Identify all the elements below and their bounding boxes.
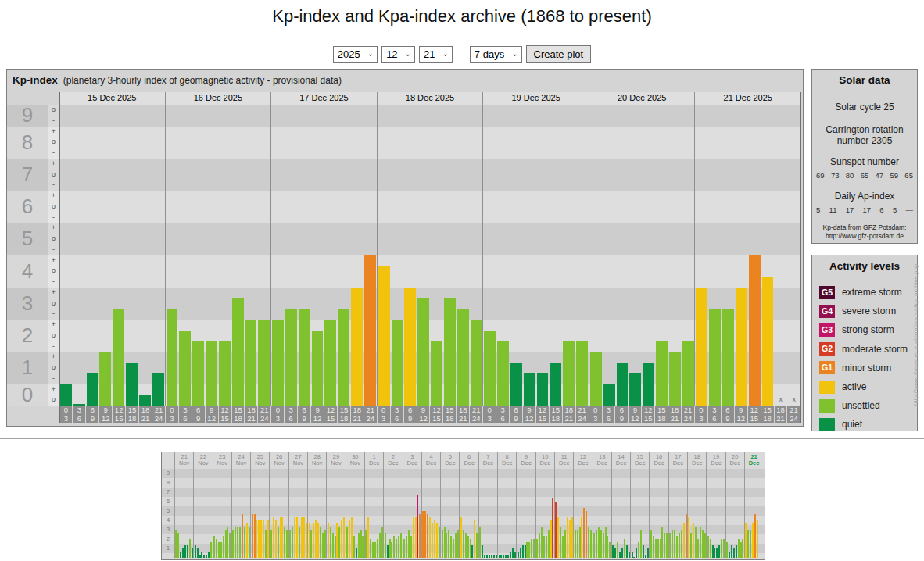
- overview-day-column: 18Dec: [687, 452, 706, 558]
- mini-day-month: Dec: [422, 460, 440, 466]
- mini-day-label: 1Dec: [365, 454, 383, 466]
- hour-start: 6: [298, 406, 310, 414]
- hour-label: 2124: [152, 406, 165, 423]
- hour-label: 36: [603, 406, 615, 423]
- kp-bar: [431, 341, 442, 406]
- sunspot-number-title: Sunspot number: [812, 156, 917, 167]
- mini-bars-row: [688, 480, 706, 558]
- kp-bar: [497, 341, 509, 406]
- month-select[interactable]: 12 ⌄: [381, 46, 415, 63]
- hour-start: 3: [179, 406, 192, 414]
- y-axis-band: 7: [7, 159, 48, 191]
- overview-day-column: 28Nov: [307, 452, 326, 558]
- hour-end: 15: [642, 414, 654, 423]
- hour-end: 15: [430, 414, 442, 423]
- overview-day-column: 10Dec: [535, 452, 554, 558]
- mini-day-month: Dec: [555, 460, 573, 466]
- sunspot-value: 47: [876, 171, 884, 180]
- hour-end: 15: [219, 414, 231, 423]
- day-select[interactable]: 21 ⌄: [419, 46, 453, 63]
- activity-levels-list: G5extreme stormG4severe stormG3strong st…: [812, 277, 917, 434]
- mini-bars-row: [707, 480, 725, 558]
- overview-y-label: 8: [162, 479, 174, 486]
- hour-start: 15: [550, 406, 562, 414]
- create-plot-button[interactable]: Create plot: [526, 45, 592, 63]
- kp-bar: [417, 298, 429, 406]
- hour-end: 24: [682, 414, 694, 423]
- range-select[interactable]: 7 days ⌄: [470, 46, 522, 63]
- bar-slot: [218, 105, 231, 406]
- y-axis-band: 2: [7, 320, 48, 352]
- hour-end: 18: [232, 414, 245, 423]
- hour-label: 1821: [775, 406, 787, 423]
- hour-start: 15: [126, 406, 138, 414]
- mini-day-label: 13Dec: [593, 454, 611, 466]
- bar-slot: [166, 105, 179, 406]
- y-axis-band: 0: [7, 384, 48, 406]
- hour-label: 1821: [139, 406, 152, 423]
- hour-start: 0: [166, 406, 178, 414]
- hour-start: 12: [113, 406, 125, 414]
- hour-end: 15: [324, 414, 337, 423]
- y-axis-sub-label: +: [48, 255, 59, 266]
- kp-bar: [139, 395, 151, 406]
- y-axis-label: 4: [22, 259, 33, 284]
- kp-bar: [550, 363, 561, 406]
- hour-start: 6: [192, 406, 205, 414]
- mini-day-month: Nov: [327, 460, 345, 466]
- year-select[interactable]: 2025 ⌄: [333, 46, 378, 63]
- kp-bar: [299, 309, 310, 406]
- hour-start: 9: [206, 406, 218, 414]
- hour-end: 12: [311, 414, 324, 423]
- credit-line-2: http://www.gfz-potsdam.de: [812, 232, 917, 241]
- hour-start: 3: [285, 406, 297, 414]
- hour-label: 03: [589, 406, 602, 423]
- hour-label: 36: [496, 406, 509, 423]
- overview-day-column: 14Dec: [611, 452, 630, 558]
- sunspot-value: 65: [861, 171, 869, 180]
- bar-slot: [178, 105, 192, 406]
- bar-slot: [86, 105, 99, 406]
- day-header: 18 Dec 2025: [377, 92, 483, 105]
- overview-y-label: 2: [162, 535, 174, 542]
- chart-title: Kp-index: [13, 74, 58, 86]
- sunspot-number-values: 69738065475965: [812, 171, 917, 180]
- hour-label: 36: [285, 406, 297, 423]
- bar-slot: [59, 105, 73, 406]
- kp-bar: [457, 309, 469, 406]
- sunspot-value: 59: [890, 171, 898, 180]
- hour-label: 912: [99, 406, 112, 423]
- overview-day-column: 29Nov: [326, 452, 345, 558]
- activity-label: active: [842, 381, 866, 392]
- hour-start: 12: [430, 406, 442, 414]
- activity-levels-panel: Activity levels G5extreme stormG4severe …: [811, 255, 918, 431]
- kp-bar: [696, 288, 707, 406]
- hour-label: 03: [60, 406, 73, 423]
- y-axis-label: 1: [22, 356, 33, 380]
- kp-bar: [524, 373, 535, 406]
- kp-bar: [285, 309, 297, 406]
- kp-bar: [590, 352, 602, 406]
- day-column: [59, 105, 165, 406]
- bar-slot: [112, 105, 125, 406]
- bar-slot: [443, 105, 457, 406]
- ap-index-values: 511171765—: [812, 205, 917, 214]
- y-axis-sub-label: o: [48, 363, 59, 373]
- kp-bar: [656, 341, 668, 406]
- chevron-down-icon: ⌄: [367, 50, 374, 58]
- bar-slot: [311, 105, 324, 406]
- y-axis-sub-label: -: [48, 245, 59, 255]
- mini-day-label: 12Dec: [574, 454, 592, 466]
- day-select-value: 21: [424, 48, 435, 60]
- overview-day-column: 26Nov: [269, 452, 288, 558]
- kp-bar: [669, 352, 681, 406]
- kp-bar-plot: xx: [59, 105, 800, 406]
- bar-slot: [761, 105, 775, 406]
- overview-day-column: 2Dec: [383, 452, 402, 558]
- bar-slot: [655, 105, 668, 406]
- hour-label: 2124: [682, 406, 694, 423]
- day-header: 19 Dec 2025: [482, 92, 589, 105]
- hour-label: 912: [311, 406, 324, 423]
- mini-day-label: 11Dec: [555, 454, 573, 466]
- y-axis-sub-label: +: [48, 352, 59, 363]
